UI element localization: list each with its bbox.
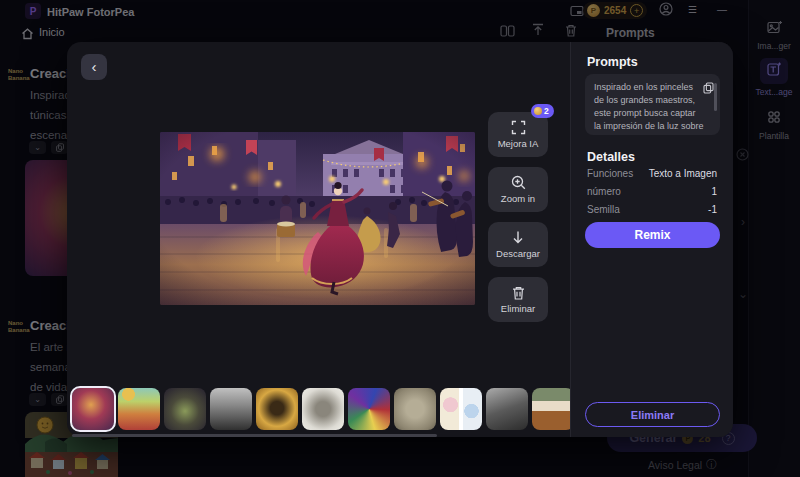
coin-icon xyxy=(534,107,542,115)
download-label: Descargar xyxy=(496,248,540,259)
zoom-label: Zoom in xyxy=(501,193,535,204)
thumbnail[interactable] xyxy=(164,388,206,430)
enhance-cost-badge: 2 xyxy=(531,104,554,118)
thumbnail[interactable] xyxy=(348,388,390,430)
delete-outline-button[interactable]: Eliminar xyxy=(585,402,720,427)
detail-value: -1 xyxy=(708,204,717,215)
zoom-in-icon xyxy=(511,175,526,190)
detail-value: 1 xyxy=(711,186,717,197)
thumbnail[interactable] xyxy=(440,388,482,430)
detail-label: Funciones xyxy=(587,168,633,179)
detail-row-number: número 1 xyxy=(587,186,717,197)
enhance-expand-icon xyxy=(511,120,526,135)
prompt-scrollbar[interactable] xyxy=(714,83,717,111)
enhance-ai-button[interactable]: Mejora IA xyxy=(488,112,548,157)
download-icon xyxy=(511,230,525,245)
enhance-label: Mejora IA xyxy=(498,138,539,149)
delete-label: Eliminar xyxy=(501,303,535,314)
thumbnail[interactable] xyxy=(302,388,344,430)
prompts-title: Prompts xyxy=(587,55,638,69)
thumbnail[interactable] xyxy=(118,388,160,430)
detail-row-seed: Semilla -1 xyxy=(587,204,717,215)
detail-label: Semilla xyxy=(587,204,620,215)
zoom-in-button[interactable]: Zoom in xyxy=(488,167,548,212)
image-detail-modal: ‹ xyxy=(67,42,733,437)
details-panel: Prompts Inspirado en los pinceles de los… xyxy=(570,42,733,437)
copy-prompt-icon[interactable] xyxy=(703,80,714,98)
enhance-cost: 2 xyxy=(544,106,549,116)
detail-row-function: Funciones Texto a Imagen xyxy=(587,168,717,179)
thumbnail[interactable] xyxy=(394,388,436,430)
thumbnail[interactable] xyxy=(256,388,298,430)
thumbnail[interactable] xyxy=(210,388,252,430)
remix-button[interactable]: Remix xyxy=(585,222,720,248)
prompt-box[interactable]: Inspirado en los pinceles de los grandes… xyxy=(585,74,720,135)
thumbnail[interactable] xyxy=(486,388,528,430)
trash-icon xyxy=(512,286,525,300)
thumbnail[interactable] xyxy=(532,388,574,430)
thumbnail-selected[interactable] xyxy=(72,388,114,430)
app-window: P HitPaw FotorPea P 2654 + ☰ — □ ✕ Inici… xyxy=(0,0,800,477)
prompt-text: Inspirado en los pinceles de los grandes… xyxy=(594,81,704,135)
back-button[interactable]: ‹ xyxy=(81,54,107,80)
detail-value: Texto a Imagen xyxy=(649,168,717,179)
thumbnail-scrollbar[interactable] xyxy=(72,434,437,437)
detail-label: número xyxy=(587,186,621,197)
download-button[interactable]: Descargar xyxy=(488,222,548,267)
details-title: Detalles xyxy=(587,150,635,164)
generated-image-preview xyxy=(160,132,475,305)
delete-image-button[interactable]: Eliminar xyxy=(488,277,548,322)
